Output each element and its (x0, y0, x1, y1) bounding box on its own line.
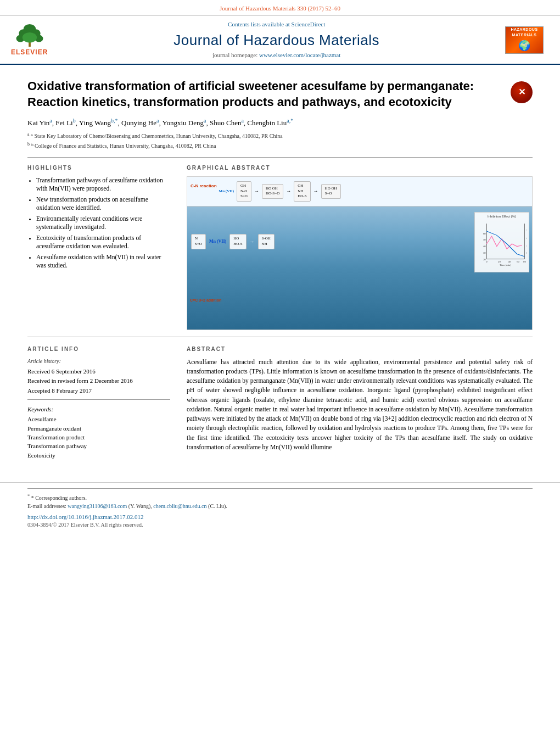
highlight-item-4: Ecotoxicity of transformation products o… (36, 234, 170, 251)
chem-bottom-3: S-OHNH (258, 234, 275, 249)
header-center: Contents lists available at ScienceDirec… (48, 20, 505, 59)
chart-overlay: Inhibition Effect (%) 20 30 40 (474, 212, 529, 272)
arrow-3: → (313, 188, 318, 195)
divider-kw (27, 399, 170, 400)
graphical-top: C-N reaction Mn (VII) OHN-OS=O → HO OHHO… (187, 177, 532, 207)
svg-text:20: 20 (498, 260, 501, 263)
elsevier-tree-icon (13, 23, 46, 48)
article-history: Article history: Received 6 September 20… (27, 358, 170, 395)
article-title-area: ✕ Oxidative transformation of artificial… (27, 79, 533, 110)
sciencedirect-link[interactable]: ScienceDirect (292, 21, 326, 27)
email-1-name: (Y. Wang), (128, 503, 152, 509)
received-revised: Received in revised form 2 December 2016 (27, 377, 170, 385)
chem-struct-2: HO OHHO-S=O (262, 184, 283, 199)
svg-text:40: 40 (483, 245, 486, 248)
svg-text:0: 0 (486, 260, 488, 263)
keyword-2: Permanganate oxidant (27, 425, 170, 433)
homepage-url[interactable]: www.elsevier.com/locate/jhazmat (259, 52, 340, 58)
chart-svg: 20 30 40 50 60 0 20 40 60 80 (477, 219, 527, 269)
accepted: Accepted 8 February 2017 (27, 387, 170, 395)
article-info-section: ARTICLE INFO Article history: Received 6… (27, 345, 170, 461)
svg-text:60: 60 (483, 232, 486, 235)
crossmark: ✕ (511, 81, 533, 103)
chem-struct-4: HO OHS=O (321, 184, 341, 199)
svg-text:80: 80 (523, 260, 526, 263)
chem-struct-1: OHN-OS=O (237, 181, 251, 202)
bottom-chemistry: NS=O Mn (VII) HOHO-S → S-OHNH (190, 209, 469, 327)
highlights-graphical-row: HIGHLIGHTS Transformation pathways of ac… (27, 164, 533, 330)
elsevier-logo: ELSEVIER (11, 23, 48, 57)
abstract-text: Acesulfame has attracted much attention … (187, 358, 533, 453)
svg-text:60: 60 (517, 260, 519, 263)
chart-area: 20 30 40 50 60 0 20 40 60 80 (477, 219, 527, 269)
chem-bottom-1: NS=O (191, 234, 206, 249)
chem-struct-3: OHNHHO-S (294, 181, 310, 202)
graphical-abstract-section: GRAPHICAL ABSTRACT C-N reaction Mn (VII)… (187, 164, 533, 330)
highlight-item-2: New transformation products on acesulfam… (36, 196, 170, 213)
divider-1 (27, 157, 533, 158)
chart-y-label: Inhibition Effect (%) (477, 214, 527, 219)
bottom-chem-row2: C=C 3+2 addition (190, 298, 469, 303)
svg-text:30: 30 (483, 252, 486, 254)
authors-line: Kai Yina, Fei Lib, Ying Wangb,*, Qunying… (27, 117, 533, 129)
top-bar: Journal of Hazardous Materials 330 (2017… (0, 0, 560, 16)
homepage-line: journal homepage: www.elsevier.com/locat… (48, 51, 505, 59)
highlights-list: Transformation pathways of acesulfame ox… (27, 176, 170, 270)
doi-line[interactable]: http://dx.doi.org/10.1016/j.jhazmat.2017… (27, 513, 533, 521)
journal-reference[interactable]: Journal of Hazardous Materials 330 (2017… (220, 5, 340, 12)
abstract-label: ABSTRACT (187, 345, 533, 353)
bottom-chem-row1: NS=O Mn (VII) HOHO-S → S-OHNH (190, 233, 469, 250)
graphical-abstract-label: GRAPHICAL ABSTRACT (187, 164, 533, 172)
keyword-5: Ecotoxicity (27, 451, 170, 460)
svg-point-6 (23, 32, 37, 43)
cn-reaction-label: C-N reaction (191, 180, 217, 190)
email-1[interactable]: wangying31106@163.com (68, 503, 127, 509)
journal-title: Journal of Hazardous Materials (48, 30, 505, 50)
svg-text:40: 40 (508, 260, 511, 263)
svg-text:5.0: 5.0 (527, 230, 527, 232)
highlight-item-5: Acesulfame oxidation with Mn(VII) in rea… (36, 253, 170, 270)
main-content: ✕ Oxidative transformation of artificial… (0, 65, 560, 471)
svg-text:Time (min): Time (min) (500, 264, 511, 266)
affiliation-b: b ᵇ College of Finance and Statistics, H… (27, 141, 533, 150)
contents-line: Contents lists available at ScienceDirec… (48, 20, 505, 29)
keyword-4: Transformation pathway (27, 442, 170, 450)
chem-bottom-2: HOHO-S (229, 234, 246, 249)
authors-text: Kai Yina, Fei Lib, Ying Wangb,*, Qunying… (27, 119, 293, 127)
contents-label: Contents lists available at (228, 21, 290, 27)
highlights-section: HIGHLIGHTS Transformation pathways of ac… (27, 164, 170, 330)
arrow-1: → (254, 188, 259, 195)
svg-text:50: 50 (483, 238, 486, 241)
keywords-section: Keywords: Acesulfame Permanganate oxidan… (27, 405, 170, 460)
hazmat-logo-box: HAZARDOUS MATERIALS 🌍 (505, 26, 544, 54)
homepage-label: journal homepage: (212, 52, 257, 58)
graphical-bottom: NS=O Mn (VII) HOHO-S → S-OHNH (187, 207, 532, 330)
elsevier-wordmark: ELSEVIER (11, 48, 48, 57)
hazmat-logo: HAZARDOUS MATERIALS 🌍 (505, 26, 549, 54)
svg-text:3.0: 3.0 (527, 244, 527, 247)
article-info-abstract-row: ARTICLE INFO Article history: Received 6… (27, 345, 533, 461)
keywords-label: Keywords: (27, 405, 170, 414)
article-title: Oxidative transformation of artificial s… (27, 79, 533, 110)
journal-header: ELSEVIER Contents lists available at Sci… (0, 16, 560, 65)
highlight-item-3: Environmentally relevant conditions were… (36, 215, 170, 232)
history-label: Article history: (27, 358, 170, 365)
keyword-3: Transformation product (27, 433, 170, 442)
arrow-2: → (286, 188, 291, 195)
svg-text:0.0: 0.0 (527, 252, 527, 254)
highlights-label: HIGHLIGHTS (27, 164, 170, 172)
keyword-1: Acesulfame (27, 415, 170, 423)
affiliation-a: a ᵃ State Key Laboratory of Chemo/Biosen… (27, 131, 533, 140)
email-2[interactable]: chem.cbliu@hnu.edu.cn (153, 503, 206, 509)
highlight-item-1: Transformation pathways of acesulfame ox… (36, 176, 170, 193)
footer-area: * * Corresponding authors. E-mail addres… (0, 482, 560, 534)
email-addresses: E-mail addresses: wangying31106@163.com … (27, 503, 533, 510)
divider-2 (27, 337, 533, 337)
svg-text:4.25: 4.25 (527, 237, 527, 239)
corresponding-authors-note: * * Corresponding authors. (27, 493, 533, 502)
article-info-label: ARTICLE INFO (27, 345, 170, 353)
received-1: Received 6 September 2016 (27, 367, 170, 376)
mn7-bottom-label: Mn (VII) (209, 238, 226, 244)
reaction-structures-top: Mn (VII) OHN-OS=O → HO OHHO-S=O → OHNHHO… (219, 180, 342, 203)
email-2-name: (C. Liu). (208, 503, 227, 509)
